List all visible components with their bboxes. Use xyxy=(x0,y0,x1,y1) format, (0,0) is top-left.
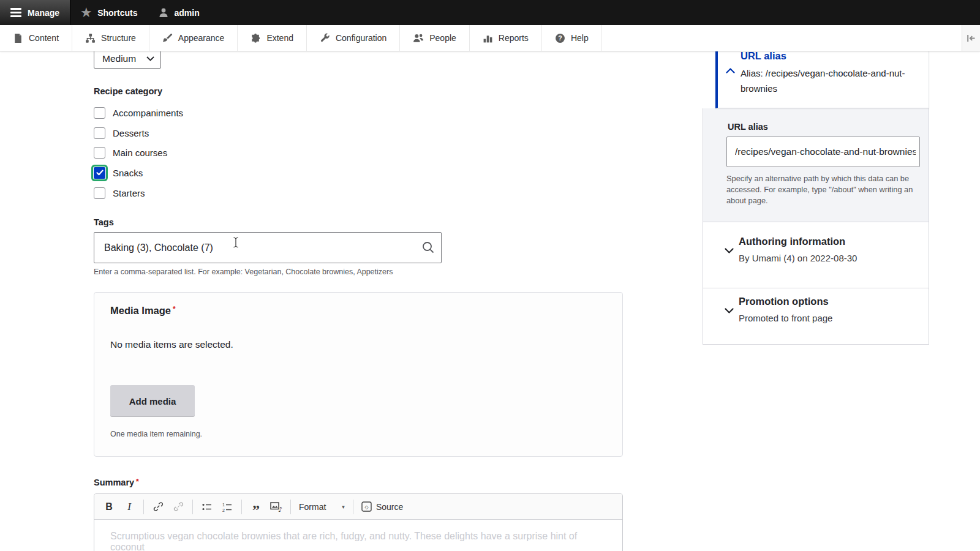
checkbox-row-snacks: Snacks xyxy=(94,165,143,181)
toolbar-separator xyxy=(241,500,242,514)
admin-bar-label: Shortcuts xyxy=(97,8,137,18)
promotion-options-title[interactable]: Promotion options xyxy=(739,296,829,307)
url-alias-accordion-summary: Alias: /recipes/vegan-chocolate-and-nut-… xyxy=(741,66,919,96)
format-dropdown[interactable]: Format ▾ xyxy=(299,502,345,512)
svg-text:◇: ◇ xyxy=(364,504,369,510)
url-alias-input[interactable] xyxy=(726,137,920,167)
checkmark-icon xyxy=(96,170,104,176)
checkbox-label: Accompaniments xyxy=(113,108,183,118)
chevron-down-icon xyxy=(725,248,734,253)
summary-editor-content[interactable]: Scrumptious vegan chocolate brownies tha… xyxy=(94,520,622,551)
source-icon: ◇ xyxy=(361,501,372,512)
admin-bar: Manage ★ Shortcuts admin xyxy=(0,0,980,25)
chevron-down-icon xyxy=(146,56,154,61)
checkbox-desserts[interactable] xyxy=(94,127,105,139)
toolbar-separator xyxy=(353,500,353,514)
url-alias-accordion-title[interactable]: URL alias xyxy=(741,50,786,62)
toolbar-separator xyxy=(143,500,144,514)
insert-media-icon[interactable]: ♪ xyxy=(270,499,282,515)
checkbox-starters[interactable] xyxy=(94,187,105,199)
checkbox-row-main-courses: Main courses xyxy=(94,144,167,160)
media-image-label: Media Image* xyxy=(110,305,176,317)
toolbar-item-content[interactable]: Content xyxy=(0,25,72,51)
summary-label: Summary* xyxy=(94,478,139,487)
required-mark: * xyxy=(173,305,176,313)
question-icon: ? xyxy=(555,33,565,43)
media-empty-text: No media items are selected. xyxy=(110,339,233,350)
required-mark: * xyxy=(136,478,139,486)
text-cursor-icon xyxy=(232,237,239,248)
toolbar-item-extend[interactable]: Extend xyxy=(238,25,307,51)
admin-bar-item-admin[interactable]: admin xyxy=(148,0,210,25)
search-icon xyxy=(421,241,435,254)
user-icon xyxy=(159,7,168,18)
people-icon xyxy=(413,33,424,43)
media-image-card: Media Image* No media items are selected… xyxy=(94,292,623,457)
bold-button[interactable]: B xyxy=(103,499,115,515)
toolbar-item-label: People xyxy=(429,33,456,43)
recipe-category-label: Recipe category xyxy=(94,86,162,96)
toolbar-item-label: Extend xyxy=(266,33,293,43)
url-alias-field-label: URL alias xyxy=(728,122,768,132)
toolbar-separator xyxy=(290,500,291,514)
checkbox-accompaniments[interactable] xyxy=(94,107,105,119)
toolbar-item-label: Configuration xyxy=(336,33,386,43)
media-size-select-value: Medium xyxy=(102,53,136,64)
checkbox-label: Main courses xyxy=(113,148,167,158)
bar-chart-icon xyxy=(483,33,493,43)
authoring-information-title[interactable]: Authoring information xyxy=(739,236,845,247)
editor-toolbar: B I 12 ” ♪ Format ▾ xyxy=(94,494,622,520)
toolbar-item-appearance[interactable]: Appearance xyxy=(149,25,238,51)
checkbox-label: Starters xyxy=(113,188,145,198)
caret-down-icon: ▾ xyxy=(342,504,345,510)
toolbar-item-label: Reports xyxy=(499,33,529,43)
italic-button[interactable]: I xyxy=(123,499,135,515)
svg-text:2: 2 xyxy=(222,508,225,512)
summary-editor: B I 12 ” ♪ Format ▾ xyxy=(94,493,623,551)
checkbox-label: Desserts xyxy=(113,128,149,138)
toolbar-item-label: Appearance xyxy=(178,33,225,43)
admin-toolbar: Content Structure Appearance Extend Conf… xyxy=(0,25,980,51)
sitemap-icon xyxy=(85,33,96,43)
admin-bar-label: admin xyxy=(175,8,200,18)
bulleted-list-icon[interactable] xyxy=(201,499,213,515)
checkbox-label: Snacks xyxy=(113,168,143,178)
unlink-icon[interactable] xyxy=(172,499,184,515)
promotion-options-section[interactable]: Promotion options Promoted to front page xyxy=(703,288,929,345)
authoring-information-summary: By Umami (4) on 2022-08-30 xyxy=(739,253,857,263)
blockquote-icon[interactable]: ” xyxy=(250,499,262,515)
document-icon xyxy=(13,33,23,43)
star-icon: ★ xyxy=(81,7,91,18)
checkbox-snacks[interactable] xyxy=(94,167,105,179)
toolbar-collapse-button[interactable] xyxy=(962,25,980,51)
numbered-list-icon[interactable]: 12 xyxy=(221,499,233,515)
toolbar-item-label: Structure xyxy=(101,33,136,43)
toolbar-item-help[interactable]: ? Help xyxy=(542,25,602,51)
promotion-options-summary: Promoted to front page xyxy=(739,313,832,323)
toolbar-item-people[interactable]: People xyxy=(400,25,470,51)
toolbar-item-label: Content xyxy=(29,33,59,43)
menu-icon xyxy=(10,6,21,19)
add-media-button[interactable]: Add media xyxy=(110,385,195,417)
source-button[interactable]: ◇ Source xyxy=(361,501,403,512)
tags-input[interactable] xyxy=(94,232,442,263)
checkbox-row-starters: Starters xyxy=(94,185,145,201)
svg-text:♪: ♪ xyxy=(278,505,282,512)
admin-bar-item-manage[interactable]: Manage xyxy=(0,0,70,25)
svg-text:?: ? xyxy=(558,34,562,42)
admin-bar-label: Manage xyxy=(28,8,59,18)
toolbar-item-reports[interactable]: Reports xyxy=(470,25,542,51)
url-alias-help-text: Specify an alternative path by which thi… xyxy=(726,173,926,206)
chevron-up-icon xyxy=(726,68,735,73)
link-icon[interactable] xyxy=(152,499,164,515)
url-alias-accordion-item[interactable]: URL alias Alias: /recipes/vegan-chocolat… xyxy=(715,47,929,108)
checkbox-main-courses[interactable] xyxy=(94,147,105,159)
media-remaining-text: One media item remaining. xyxy=(110,430,202,438)
authoring-information-section[interactable]: Authoring information By Umami (4) on 20… xyxy=(703,222,929,288)
toolbar-item-structure[interactable]: Structure xyxy=(72,25,149,51)
paintbrush-icon xyxy=(162,33,173,43)
toolbar-item-label: Help xyxy=(571,33,589,43)
toolbar-item-configuration[interactable]: Configuration xyxy=(307,25,400,51)
admin-bar-item-shortcuts[interactable]: ★ Shortcuts xyxy=(70,0,148,25)
tags-label: Tags xyxy=(94,217,114,227)
